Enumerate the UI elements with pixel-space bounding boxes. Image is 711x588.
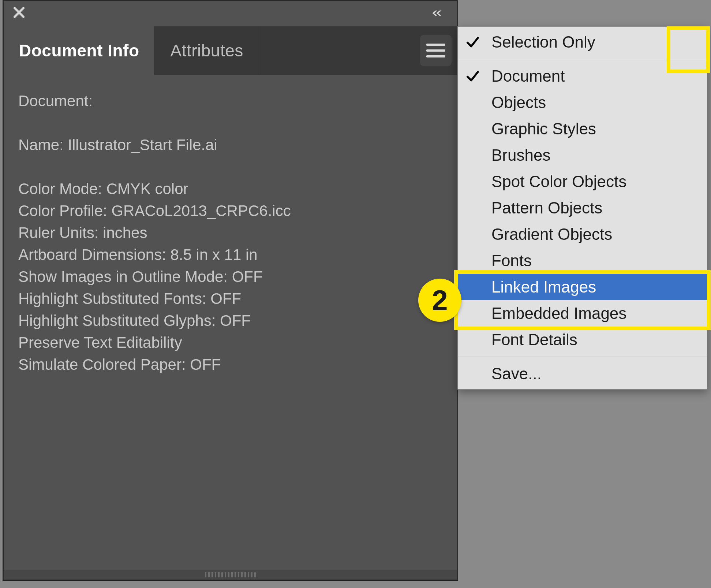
menu-item-selection-only[interactable]: Selection Only xyxy=(458,29,707,55)
menu-item-label: Pattern Objects xyxy=(491,199,602,217)
menu-item-label: Embedded Images xyxy=(491,304,626,323)
menu-item-save[interactable]: Save... xyxy=(458,361,707,387)
doc-ruler-units: Ruler Units: inches xyxy=(18,222,442,244)
panel-titlebar[interactable] xyxy=(4,1,457,27)
doc-sim-colored-paper: Simulate Colored Paper: OFF xyxy=(18,354,442,376)
doc-name: Name: Illustrator_Start File.ai xyxy=(18,134,442,156)
hamburger-icon xyxy=(426,49,445,52)
menu-item-graphic-styles[interactable]: Graphic Styles xyxy=(458,116,707,142)
doc-color-mode: Color Mode: CMYK color xyxy=(18,178,442,200)
menu-item-linked-images[interactable]: Linked Images xyxy=(458,274,707,300)
tab-document-info[interactable]: Document Info xyxy=(4,26,155,75)
menu-item-embedded-images[interactable]: Embedded Images xyxy=(458,300,707,327)
tab-attributes[interactable]: Attributes xyxy=(155,26,259,75)
menu-item-gradient-objects[interactable]: Gradient Objects xyxy=(458,221,707,248)
menu-item-label: Linked Images xyxy=(491,278,596,296)
panel-resize-grip[interactable] xyxy=(4,570,457,580)
collapse-panel-icon[interactable] xyxy=(429,6,448,21)
tab-document-info-label: Document Info xyxy=(19,41,139,60)
panel-menu-button[interactable] xyxy=(420,35,452,66)
doc-artboard-dims: Artboard Dimensions: 8.5 in x 11 in xyxy=(18,244,442,266)
menu-item-label: Spot Color Objects xyxy=(491,172,626,191)
document-info-panel: Document Info Attributes Document: Name:… xyxy=(3,0,458,580)
close-icon[interactable] xyxy=(11,4,27,21)
menu-item-label: Fonts xyxy=(491,252,532,270)
menu-item-label: Selection Only xyxy=(491,33,595,51)
menu-item-label: Font Details xyxy=(491,331,577,349)
menu-item-fonts[interactable]: Fonts xyxy=(458,248,707,274)
menu-item-font-details[interactable]: Font Details xyxy=(458,327,707,353)
doc-preserve-text: Preserve Text Editability xyxy=(18,332,442,354)
menu-separator xyxy=(458,357,707,357)
checkmark-icon xyxy=(464,68,480,84)
document-info-body: Document: Name: Illustrator_Start File.a… xyxy=(4,75,457,570)
menu-item-spot-color-objects[interactable]: Spot Color Objects xyxy=(458,168,707,195)
panel-tab-row: Document Info Attributes xyxy=(4,26,457,75)
doc-hl-sub-glyphs: Highlight Substituted Glyphs: OFF xyxy=(18,310,442,332)
menu-item-pattern-objects[interactable]: Pattern Objects xyxy=(458,195,707,221)
doc-hl-sub-fonts: Highlight Substituted Fonts: OFF xyxy=(18,288,442,310)
menu-item-brushes[interactable]: Brushes xyxy=(458,142,707,168)
checkmark-icon xyxy=(464,34,480,50)
panel-flyout-menu: Selection Only Document Objects Graphic … xyxy=(457,26,707,390)
menu-item-label: Save... xyxy=(491,365,542,383)
menu-item-label: Graphic Styles xyxy=(491,120,596,138)
menu-item-label: Brushes xyxy=(491,146,550,164)
menu-separator xyxy=(458,59,707,59)
menu-item-label: Document xyxy=(491,67,565,85)
doc-color-profile: Color Profile: GRACoL2013_CRPC6.icc xyxy=(18,200,442,222)
doc-heading: Document: xyxy=(18,90,442,112)
menu-item-objects[interactable]: Objects xyxy=(458,89,707,116)
menu-item-document[interactable]: Document xyxy=(458,63,707,89)
grip-icon xyxy=(205,572,256,577)
menu-item-label: Gradient Objects xyxy=(491,225,612,243)
tab-attributes-label: Attributes xyxy=(170,41,243,60)
menu-item-label: Objects xyxy=(491,93,546,112)
doc-show-images-outline: Show Images in Outline Mode: OFF xyxy=(18,266,442,288)
